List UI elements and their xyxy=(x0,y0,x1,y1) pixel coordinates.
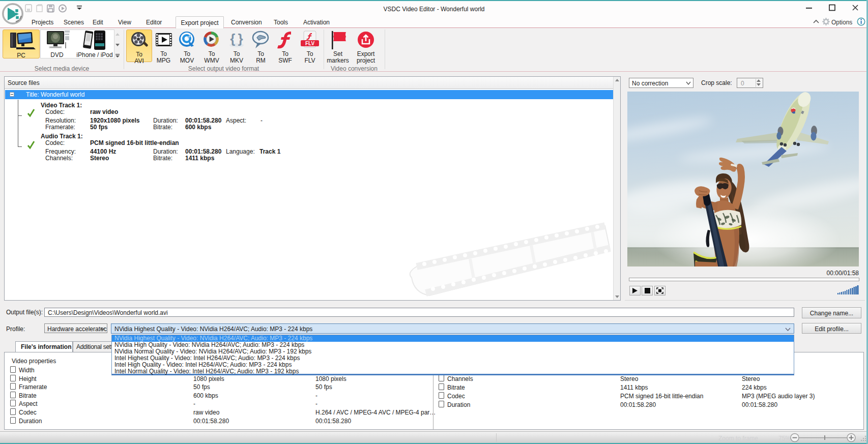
svg-text:{ }: { } xyxy=(230,31,243,46)
svg-text:FLV: FLV xyxy=(305,41,314,46)
